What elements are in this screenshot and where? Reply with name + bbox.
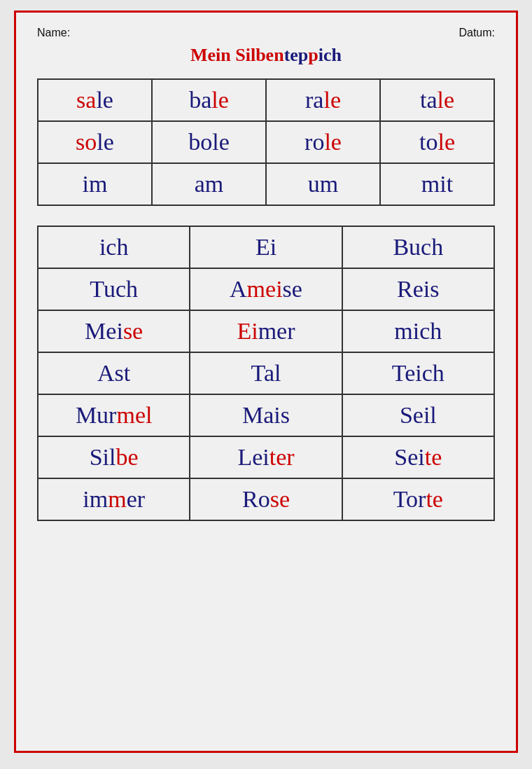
table-row: soleboleroletole xyxy=(38,121,494,163)
page-title: Mein Silbenteppich xyxy=(37,45,495,66)
table-row: imamummit xyxy=(38,163,494,205)
table-cell: sole xyxy=(38,121,152,163)
name-label: Name: xyxy=(37,27,70,39)
table-cell: Reis xyxy=(342,268,494,310)
table-cell: Seil xyxy=(342,394,494,436)
table-cell: Eimer xyxy=(190,310,342,352)
table-cell: mit xyxy=(380,163,494,205)
table-cell: Tuch xyxy=(38,268,190,310)
table-cell: Leiter xyxy=(190,436,342,478)
table-cell: tale xyxy=(380,79,494,121)
table2: ichEiBuchTuchAmeiseReisMeiseEimermichAst… xyxy=(37,226,495,521)
table-row: ichEiBuch xyxy=(38,226,494,268)
table-cell: Ameise xyxy=(190,268,342,310)
table-row: AstTalTeich xyxy=(38,352,494,394)
table1: salebaleraletalesoleboleroletoleimamummi… xyxy=(37,78,495,206)
table-cell: Teich xyxy=(342,352,494,394)
table-cell: ich xyxy=(38,226,190,268)
datum-label: Datum: xyxy=(458,27,495,39)
table-cell: Tal xyxy=(190,352,342,394)
table-cell: Ast xyxy=(38,352,190,394)
table-cell: sale xyxy=(38,79,152,121)
table-cell: immer xyxy=(38,478,190,520)
table-cell: Meise xyxy=(38,310,190,352)
table-cell: bale xyxy=(152,79,266,121)
table-row: MurmelMaisSeil xyxy=(38,394,494,436)
table-cell: rale xyxy=(266,79,380,121)
table-cell: Rose xyxy=(190,478,342,520)
table-row: SilbeLeiterSeite xyxy=(38,436,494,478)
header: Name: Datum: xyxy=(37,27,495,39)
table-cell: Buch xyxy=(342,226,494,268)
table-row: salebaleraletale xyxy=(38,79,494,121)
table-cell: mich xyxy=(342,310,494,352)
table-cell: Ei xyxy=(190,226,342,268)
table-cell: im xyxy=(38,163,152,205)
page: Name: Datum: Mein Silbenteppich salebale… xyxy=(14,11,518,753)
table-cell: am xyxy=(152,163,266,205)
table-cell: Silbe xyxy=(38,436,190,478)
table-cell: Seite xyxy=(342,436,494,478)
table-row: TuchAmeiseReis xyxy=(38,268,494,310)
table-cell: bole xyxy=(152,121,266,163)
table-row: immerRoseTorte xyxy=(38,478,494,520)
table-cell: tole xyxy=(380,121,494,163)
table-row: MeiseEimermich xyxy=(38,310,494,352)
table-cell: role xyxy=(266,121,380,163)
table-cell: Mais xyxy=(190,394,342,436)
table-cell: Murmel xyxy=(38,394,190,436)
table-cell: Torte xyxy=(342,478,494,520)
table-cell: um xyxy=(266,163,380,205)
